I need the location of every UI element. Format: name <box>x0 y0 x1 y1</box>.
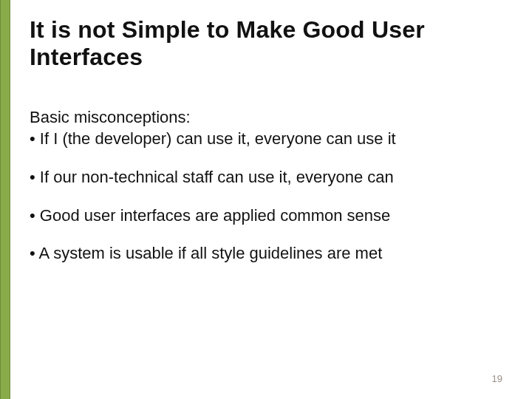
slide-body: It is not Simple to Make Good User Inter… <box>10 0 532 399</box>
lead-block: Basic misconceptions: If I (the develope… <box>30 106 502 265</box>
list-item: If our non-technical staff can use it, e… <box>30 166 502 188</box>
list-item: Good user interfaces are applied common … <box>30 205 502 227</box>
page-number: 19 <box>492 373 502 384</box>
accent-bar <box>0 0 10 399</box>
list-item: If I (the developer) can use it, everyon… <box>30 128 502 150</box>
lead-text: Basic misconceptions: <box>30 106 502 129</box>
list-item: A system is usable if all style guidelin… <box>30 242 502 265</box>
slide-title: It is not Simple to Make Good User Inter… <box>30 16 502 71</box>
bullet-list: If I (the developer) can use it, everyon… <box>30 128 502 265</box>
